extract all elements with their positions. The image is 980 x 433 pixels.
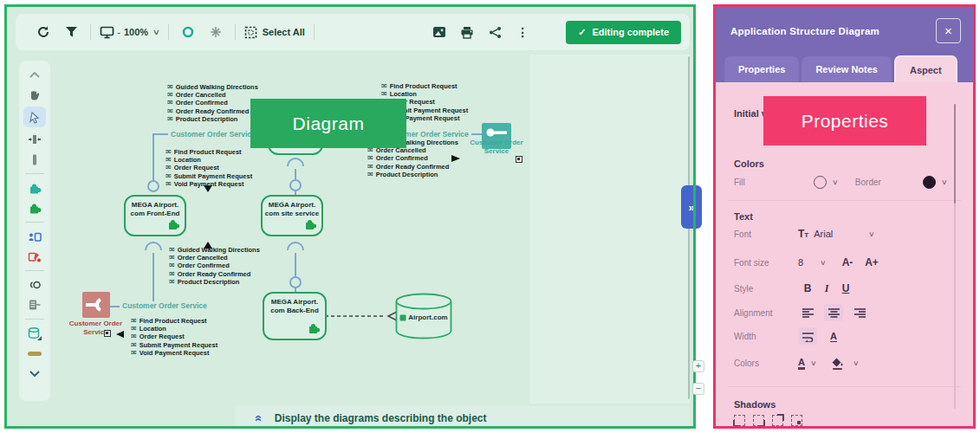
shadow-top-right-button[interactable] [772,415,783,426]
message-list[interactable]: ✉Guided Walking Directions✉Order Cancell… [167,83,258,123]
chevron-down-icon[interactable]: ∨ [832,178,839,186]
close-button[interactable]: × [936,18,961,43]
wrap-text-button[interactable] [798,327,817,345]
ring-icon [181,25,195,39]
node-front-end[interactable]: MEGA Airport. com Front-End [124,195,186,236]
tab-aspect[interactable]: Aspect [894,55,957,82]
zoom-level[interactable]: 100% [124,27,148,37]
style-label: Style [734,284,798,294]
underline-button[interactable]: U [836,282,855,294]
tab-properties[interactable]: Properties [724,56,799,82]
note-badge[interactable] [516,156,522,163]
display-mode-button[interactable]: - [100,21,120,43]
chevron-down-icon[interactable]: ∨ [153,28,160,36]
interface-label[interactable]: Customer Order Service [168,130,258,139]
cursor-icon [29,111,42,124]
shadow-bottom-left-button[interactable] [734,415,745,426]
node-back-end[interactable]: MEGA Airport. com Back-End [263,292,327,340]
text-color-button[interactable]: A [798,357,805,370]
expand-panel-tab[interactable]: » [681,185,702,229]
text-section-title: Text [716,211,973,222]
align-left-button[interactable] [798,304,817,321]
auto-layout-button[interactable] [205,21,226,43]
chevron-down-icon[interactable]: ∨ [820,259,827,267]
interface-label[interactable]: Customer Order Service [120,301,210,310]
bar-tool-button[interactable] [24,346,45,361]
share-button[interactable] [484,21,505,43]
shadow-bottom-right-button[interactable] [753,415,764,426]
alignment-label: Alignment [734,308,798,318]
refresh-button[interactable] [33,21,54,43]
print-button[interactable] [457,21,477,43]
select-all-icon [244,26,257,39]
message-list[interactable]: ✉Find Product Request✉Location✉Order Req… [131,317,217,357]
chevron-down-icon[interactable]: ∨ [941,178,948,186]
font-size-decrease-button[interactable]: A- [838,256,857,268]
share-icon [489,26,502,39]
italic-button[interactable]: I [817,282,836,295]
wrap-text-icon [802,331,815,342]
component-teal-tool-button[interactable] [24,180,45,196]
section-divider [728,386,961,387]
theme-button[interactable] [178,21,198,43]
bold-button[interactable]: B [798,282,817,294]
font-size-value[interactable]: 8 [798,257,803,268]
filter-button[interactable] [61,21,81,43]
node-site-service[interactable]: MEGA Airport. com site service [261,195,323,236]
font-family-value[interactable]: Arial [814,229,833,239]
server-tool-button[interactable] [24,297,45,313]
annotate-tool-button[interactable] [24,249,45,264]
envelope-icon: ✉ [167,107,173,115]
actor-customer-order-service-left[interactable] [82,292,110,318]
font-size-increase-button[interactable]: A+ [862,256,881,268]
palette-scroll-down-button[interactable] [24,365,45,381]
pan-tool-button[interactable] [24,87,45,102]
message-list[interactable]: ✉Find Product Request✉Location✉Order Req… [165,148,252,188]
chevron-down-icon[interactable]: ∨ [810,359,817,367]
zoom-out-button[interactable]: − [692,383,704,395]
envelope-icon: ✉ [165,148,172,156]
split-tool-button[interactable] [24,132,45,147]
link-tool-button[interactable] [24,277,45,293]
more-options-button[interactable]: ⋮ [512,21,533,43]
align-right-button[interactable] [850,304,869,321]
lifeline-tool-button[interactable] [24,152,45,167]
note-badge[interactable] [104,330,111,337]
message-item: ✉Order Request [165,164,252,171]
fill-bucket-button[interactable] [828,354,847,372]
select-tool-button[interactable] [23,107,46,127]
panel-header: Application Structure Diagram × Properti… [716,7,973,82]
tab-review-notes[interactable]: Review Notes [802,56,892,82]
node-database[interactable]: Airport.com [395,293,452,340]
message-item: ✉Location [131,325,217,333]
chevron-up-icon [29,71,41,79]
shadow-full-button[interactable] [791,415,802,426]
fit-text-button[interactable]: A [824,327,843,345]
panel-scrollbar-thumb[interactable] [954,104,956,204]
paint-bucket-icon [831,357,845,370]
envelope-icon: ✉ [131,317,137,325]
zoom-in-button[interactable]: + [692,360,704,372]
palette-scroll-up-button[interactable] [24,67,45,82]
chevron-down-icon[interactable]: ∨ [868,230,875,238]
export-image-button[interactable] [429,21,450,43]
component-green-tool-button[interactable] [24,200,45,216]
fill-color-swatch[interactable] [814,176,827,189]
component-icon [308,322,320,334]
editing-complete-button[interactable]: ✓ Editing complete [566,21,681,44]
align-center-button[interactable] [824,304,843,321]
message-item: ✉Guided Walking Directions [169,246,260,254]
database-mini-icon [399,314,406,321]
select-all-button[interactable]: Select All [244,21,305,43]
envelope-icon: ✉ [169,278,175,286]
envelope-icon: ✉ [131,325,137,333]
database-tool-button[interactable] [24,326,45,341]
border-color-swatch[interactable] [923,176,936,189]
envelope-icon: ✉ [367,154,373,162]
refresh-icon [36,25,50,39]
diagram-description-bar[interactable]: « Display the diagrams describing the ob… [235,406,690,429]
chevron-down-icon[interactable]: ∨ [853,359,860,367]
assign-tool-button[interactable] [24,229,45,244]
message-list[interactable]: ✉Guided Walking Directions✉Order Cancell… [169,246,260,286]
region-border-patch [693,185,696,229]
